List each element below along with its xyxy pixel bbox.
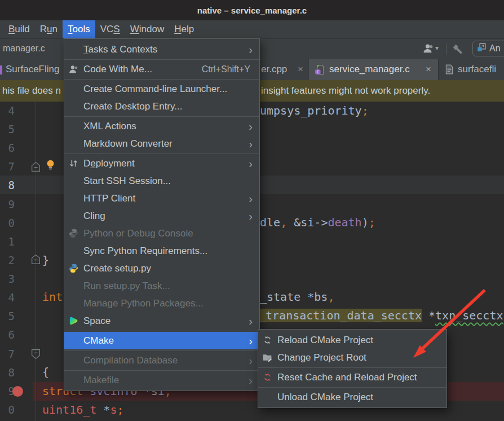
tab-separator xyxy=(308,59,308,80)
submenu-arrow-icon: › xyxy=(249,315,253,327)
code-with-me-icon xyxy=(69,64,82,74)
toolbar-divider xyxy=(446,43,446,55)
menu-item-run-setup-py-task[interactable]: Run setup.py Task... xyxy=(64,277,259,295)
submenu-arrow-icon: › xyxy=(249,193,253,204)
line-number: 1 xyxy=(0,234,15,249)
code-line: dle, &si->death); xyxy=(260,213,375,232)
menu-item-python-debug-console[interactable]: Python or Debug Console xyxy=(64,225,259,242)
line-number: 2 xyxy=(0,253,15,267)
tab-separator xyxy=(438,59,439,80)
build-hammer-icon[interactable] xyxy=(452,43,464,58)
menu-bar: Build Run Tools VCS Window Help xyxy=(0,20,504,38)
fold-marker[interactable] xyxy=(31,161,41,172)
python-icon-disabled xyxy=(69,228,82,239)
submenu-arrow-icon: › xyxy=(249,44,253,55)
menu-run[interactable]: Run xyxy=(35,20,63,38)
line-number: 5 xyxy=(0,122,15,137)
close-icon[interactable]: × xyxy=(298,64,303,75)
menu-item-http-client[interactable]: HTTP Client› xyxy=(64,190,259,207)
submenu-arrow-icon: › xyxy=(249,375,253,386)
code-line: _transaction_data_secctx *txn_secctx, xyxy=(259,306,504,325)
shortcut-label: Ctrl+Shift+Y xyxy=(202,64,253,74)
reload-icon xyxy=(263,335,276,345)
space-icon xyxy=(69,315,82,326)
fold-marker[interactable] xyxy=(31,349,41,359)
code-line: int xyxy=(42,288,63,306)
submenu-arrow-icon: › xyxy=(249,121,253,132)
folder-edit-icon xyxy=(263,352,276,363)
menu-build[interactable]: Build xyxy=(3,20,35,38)
menu-item-markdown-converter[interactable]: Markdown Converter› xyxy=(64,135,259,152)
tools-menu-popup: Tasks & Contexts› Code With Me...Ctrl+Sh… xyxy=(64,38,260,391)
menu-item-change-project-root[interactable]: Change Project Root xyxy=(258,349,446,366)
user-icon[interactable] xyxy=(423,43,434,56)
code-line: umpsys_priority; xyxy=(260,102,369,120)
run-configuration-button[interactable]: An xyxy=(472,41,504,56)
deployment-icon xyxy=(69,158,82,169)
breakpoint-icon[interactable] xyxy=(12,385,24,400)
menu-item-deployment[interactable]: Deployment› xyxy=(64,155,259,172)
menu-item-reset-cache-and-reload[interactable]: Reset Cache and Reload Project xyxy=(258,369,446,386)
breadcrumb[interactable]: manager.c xyxy=(3,43,45,54)
menu-item-create-commandline-launcher[interactable]: Create Command-line Launcher... xyxy=(64,80,259,98)
code-line: uint16_t *s; xyxy=(42,401,124,419)
line-number: 4 xyxy=(0,290,15,305)
cpp-file-icon xyxy=(0,65,2,74)
menu-item-start-ssh-session[interactable]: Start SSH Session... xyxy=(64,172,259,190)
line-number-current: 8 xyxy=(0,178,15,192)
line-number: 6 xyxy=(0,141,15,155)
window-title: native – service_manager.c xyxy=(197,6,307,15)
menu-item-cling[interactable]: Cling› xyxy=(64,207,259,225)
menu-item-cmake[interactable]: CMake› xyxy=(64,332,259,349)
run-configuration-label: An xyxy=(489,43,501,54)
close-icon[interactable]: × xyxy=(426,64,431,75)
menu-item-create-setup-py[interactable]: Create setup.py xyxy=(64,260,259,277)
menu-item-manage-python-packages[interactable]: Manage Python Packages... xyxy=(64,295,259,312)
banner-text-right: insight features might not work properly… xyxy=(261,85,430,97)
code-line: } xyxy=(42,251,49,270)
menu-window[interactable]: Window xyxy=(125,20,169,38)
submenu-arrow-icon: › xyxy=(249,211,253,222)
line-number: 0 xyxy=(0,402,15,417)
menu-item-sync-python-requirements[interactable]: Sync Python Requirements... xyxy=(64,242,259,260)
tab-er-cpp[interactable]: er.cpp xyxy=(261,64,287,75)
line-number: 7 xyxy=(0,159,15,174)
code-line: _state *bs, xyxy=(260,288,334,306)
tab-surfacefling[interactable]: SurfaceFling xyxy=(6,64,59,75)
submenu-arrow-icon: › xyxy=(249,335,253,347)
menu-tools[interactable]: Tools xyxy=(63,20,95,38)
reset-cache-icon xyxy=(263,372,276,383)
menu-item-xml-actions[interactable]: XML Actions› xyxy=(64,117,259,135)
tab-surfacefli[interactable]: surfacefli xyxy=(458,64,496,75)
menu-help[interactable]: Help xyxy=(169,20,199,38)
line-number: 7 xyxy=(0,347,15,361)
menu-item-makefile[interactable]: Makefile› xyxy=(64,371,259,389)
menu-item-code-with-me[interactable]: Code With Me...Ctrl+Shift+Y xyxy=(64,60,259,78)
line-number: 4 xyxy=(0,103,15,118)
menu-item-space[interactable]: Space› xyxy=(64,312,259,330)
line-number: 3 xyxy=(0,271,15,286)
menu-item-unload-cmake-project[interactable]: Unload CMake Project xyxy=(258,388,446,406)
lightbulb-icon[interactable] xyxy=(46,159,55,174)
menu-item-tasks-contexts[interactable]: Tasks & Contexts› xyxy=(64,41,259,58)
line-number: 9 xyxy=(0,197,15,212)
cmake-submenu-popup: Reload CMake Project Change Project Root… xyxy=(258,329,447,408)
submenu-arrow-icon: › xyxy=(249,158,253,169)
tab-service-manager-active[interactable]: c service_manager.c × xyxy=(309,59,438,80)
title-bar: native – service_manager.c xyxy=(0,0,504,20)
submenu-arrow-icon: › xyxy=(249,138,253,150)
line-number: 0 xyxy=(0,216,15,230)
line-number: 5 xyxy=(0,309,15,323)
menu-item-create-desktop-entry[interactable]: Create Desktop Entry... xyxy=(64,98,259,115)
chevron-down-icon: ▾ xyxy=(435,44,439,52)
svg-text:c: c xyxy=(316,69,319,74)
banner-text-left: his file does n xyxy=(2,85,61,97)
menu-item-reload-cmake-project[interactable]: Reload CMake Project xyxy=(258,331,446,349)
c-file-icon: c xyxy=(315,64,325,77)
menu-vcs[interactable]: VCS xyxy=(95,20,125,38)
fold-marker[interactable] xyxy=(31,254,41,265)
menu-item-compilation-database[interactable]: Compilation Database› xyxy=(64,352,259,369)
python-icon xyxy=(69,263,82,274)
line-number: 6 xyxy=(0,327,15,342)
line-number: 8 xyxy=(0,365,15,380)
